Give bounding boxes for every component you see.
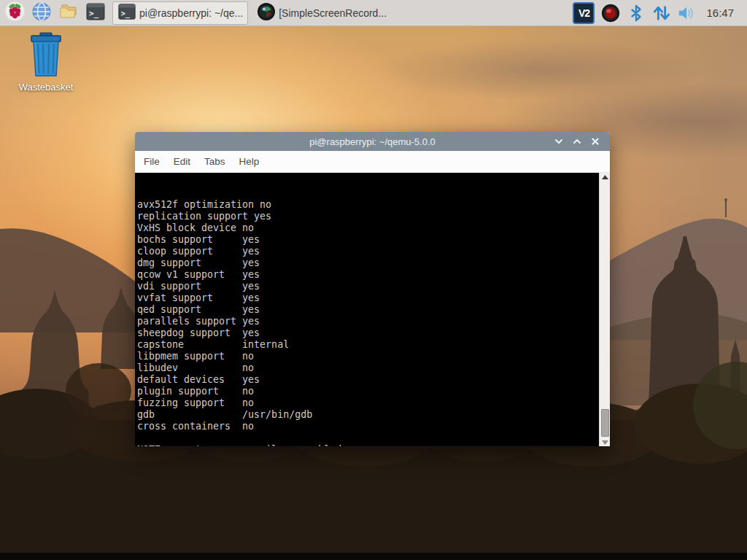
applications-menu-button[interactable] [2, 1, 27, 25]
wastebasket-label: Wastebasket [10, 82, 82, 93]
menu-tabs[interactable]: Tabs [198, 152, 231, 172]
window-controls [553, 136, 610, 147]
terminal-menubar: File Edit Tabs Help [135, 151, 610, 173]
screen: >_ >_ pi@raspberrypi: ~/qe... [0, 0, 747, 560]
scrollbar-down-arrow[interactable] [600, 438, 610, 446]
window-titlebar[interactable]: pi@raspberrypi: ~/qemu-5.0.0 [135, 132, 610, 151]
terminal-text: avx512f optimization no replication supp… [137, 176, 598, 446]
desktop: Wastebasket pi@raspberrypi: ~/qemu-5.0.0 [0, 26, 747, 560]
svg-text:>_: >_ [121, 9, 131, 18]
web-browser-launcher[interactable] [29, 1, 54, 25]
menu-help[interactable]: Help [233, 152, 266, 172]
file-manager-launcher[interactable] [56, 1, 81, 25]
maximize-button[interactable] [571, 136, 583, 147]
terminal-output: avx512f optimization no replication supp… [137, 199, 598, 446]
scrollbar-thumb[interactable] [601, 409, 609, 437]
vnc-icon[interactable]: V2 [573, 2, 595, 24]
close-button[interactable] [589, 136, 601, 147]
terminal-scrollbar[interactable] [599, 173, 610, 446]
camera-lens-icon [257, 2, 276, 24]
terminal-icon: >_ [117, 2, 136, 24]
minimize-button[interactable] [553, 136, 565, 147]
bluetooth-icon[interactable] [627, 4, 646, 23]
raspberry-icon [5, 1, 25, 24]
folder-icon [58, 1, 79, 25]
record-icon[interactable] [601, 4, 620, 23]
wastebasket-desktop-icon[interactable]: Wastebasket [10, 32, 82, 93]
volume-icon[interactable] [678, 4, 697, 23]
taskbar: >_ >_ pi@raspberrypi: ~/qe... [0, 0, 747, 26]
globe-icon [31, 1, 52, 25]
taskbar-window-label: [SimpleScreenRecord... [279, 7, 387, 19]
menu-edit[interactable]: Edit [168, 152, 196, 172]
taskbar-window-label: pi@raspberrypi: ~/qe... [139, 7, 243, 19]
taskbar-window-screenrecorder[interactable]: [SimpleScreenRecord... [252, 1, 391, 25]
menu-file[interactable]: File [138, 152, 166, 172]
window-title: pi@raspberrypi: ~/qemu-5.0.0 [135, 136, 610, 147]
clock[interactable]: 16:47 [703, 7, 740, 19]
taskbar-window-terminal[interactable]: >_ pi@raspberrypi: ~/qe... [112, 1, 248, 25]
system-tray: V2 [573, 2, 747, 24]
terminal-screen[interactable]: avx512f optimization no replication supp… [135, 173, 610, 446]
terminal-launcher[interactable]: >_ [83, 1, 108, 25]
svg-text:>_: >_ [89, 9, 99, 18]
wastebasket-icon [27, 67, 65, 79]
terminal-icon: >_ [85, 1, 106, 25]
network-arrows-icon[interactable] [652, 4, 671, 23]
terminal-window: pi@raspberrypi: ~/qemu-5.0.0 File Edit [135, 132, 610, 446]
scrollbar-up-arrow[interactable] [600, 173, 610, 181]
